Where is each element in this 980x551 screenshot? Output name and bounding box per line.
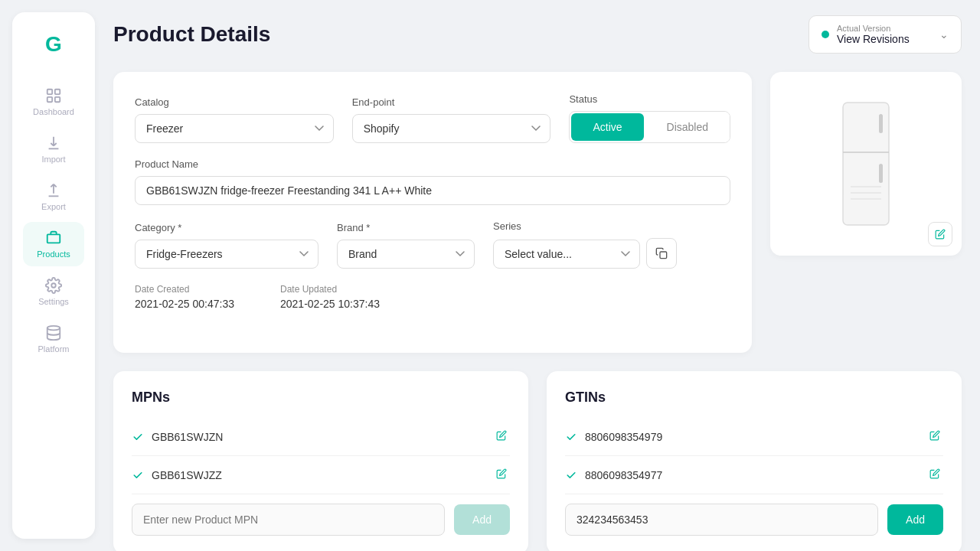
sidebar-item-platform-label: Platform [38, 344, 70, 354]
export-icon [45, 182, 62, 199]
sidebar-item-export[interactable]: Export [23, 174, 84, 219]
platform-icon [45, 324, 62, 341]
mpn-value-1: GBB61SWJZZ [152, 469, 222, 481]
edit-image-button[interactable] [928, 222, 952, 246]
mpn-row-0: GBB61SWJZN [132, 418, 510, 456]
mpn-new-input[interactable] [132, 504, 445, 536]
gtin-section: GTINs 8806098354979 [547, 371, 962, 551]
copy-icon [655, 247, 668, 259]
status-toggle: Active Disabled [569, 111, 730, 143]
gtin-row-1: 8806098354977 [565, 456, 943, 494]
gtin-row-0: 8806098354979 [565, 418, 943, 456]
category-select[interactable]: Fridge-Freezers [135, 240, 318, 269]
svg-rect-1 [55, 90, 60, 94]
settings-icon [45, 277, 62, 294]
version-dropdown[interactable]: Actual Version View Revisions ⌄ [808, 15, 962, 54]
mpn-value-0: GBB61SWJZN [152, 431, 223, 443]
check-icon-gtin-0 [565, 431, 577, 443]
top-section: Catalog Freezer End-point Shopify Status… [113, 72, 962, 353]
svg-rect-2 [47, 97, 52, 102]
form-row-3: Category * Fridge-Freezers Brand * Brand… [135, 220, 730, 269]
sidebar-item-dashboard[interactable]: Dashboard [23, 80, 84, 124]
category-label: Category * [135, 222, 318, 233]
gtin-item-1: 8806098354977 [565, 469, 662, 481]
catalog-select[interactable]: Freezer [135, 114, 334, 143]
category-group: Category * Fridge-Freezers [135, 222, 318, 269]
brand-label: Brand * [337, 222, 475, 233]
status-label: Status [569, 93, 730, 105]
date-created-label: Date Created [135, 284, 234, 295]
pencil-icon-gtin-0 [929, 430, 940, 441]
brand-group: Brand * Brand [337, 222, 475, 269]
gtin-edit-button-1[interactable] [926, 465, 943, 484]
sidebar-item-products[interactable]: Products [23, 222, 84, 266]
endpoint-group: End-point Shopify [352, 96, 551, 143]
dashboard-icon [45, 87, 62, 104]
product-name-group: Product Name [135, 158, 730, 205]
version-status-dot [822, 31, 829, 38]
series-select[interactable]: Select value... [493, 240, 640, 269]
check-icon-gtin-1 [565, 469, 577, 481]
catalog-group: Catalog Freezer [135, 96, 334, 143]
status-disabled-button[interactable]: Disabled [645, 112, 730, 142]
check-icon-0 [132, 431, 144, 443]
catalog-label: Catalog [135, 96, 334, 108]
mpn-item-0: GBB61SWJZN [132, 431, 223, 443]
sidebar-item-platform[interactable]: Platform [23, 317, 84, 361]
mpn-item-1: GBB61SWJZZ [132, 469, 222, 481]
mpn-edit-button-1[interactable] [493, 465, 510, 484]
endpoint-label: End-point [352, 96, 551, 108]
product-name-label: Product Name [135, 158, 730, 170]
series-label: Series [493, 220, 677, 232]
status-active-button[interactable]: Active [571, 113, 643, 141]
product-image-card [770, 72, 962, 256]
app-logo: G [37, 28, 70, 61]
page-title: Product Details [113, 22, 270, 47]
pencil-icon [935, 229, 946, 240]
mpn-title: MPNs [132, 390, 510, 406]
product-name-input[interactable] [135, 176, 730, 205]
sidebar-item-import-label: Import [41, 155, 65, 164]
sidebar-item-dashboard-label: Dashboard [33, 107, 74, 116]
sidebar-item-import[interactable]: Import [23, 127, 84, 171]
svg-rect-0 [47, 90, 52, 94]
gtin-title: GTINs [565, 390, 943, 406]
page-header: Product Details Actual Version View Revi… [113, 15, 962, 54]
mpn-add-button[interactable]: Add [454, 504, 510, 535]
product-form: Catalog Freezer End-point Shopify Status… [113, 72, 752, 353]
form-row-1: Catalog Freezer End-point Shopify Status… [135, 93, 730, 143]
endpoint-select[interactable]: Shopify [352, 114, 551, 143]
svg-rect-9 [879, 114, 883, 133]
chevron-down-icon: ⌄ [939, 28, 949, 41]
gtin-new-input[interactable] [565, 504, 878, 536]
mpn-section: MPNs GBB61SWJZN [113, 371, 528, 551]
status-group: Status Active Disabled [569, 93, 730, 143]
bottom-sections: MPNs GBB61SWJZN [113, 371, 962, 551]
svg-point-4 [51, 283, 56, 288]
gtin-value-1: 8806098354977 [585, 469, 662, 481]
sidebar-item-export-label: Export [41, 202, 66, 211]
date-created: Date Created 2021-02-25 00:47:33 [135, 284, 234, 310]
date-updated-value: 2021-02-25 10:37:43 [280, 298, 380, 310]
svg-rect-6 [660, 252, 667, 259]
date-created-value: 2021-02-25 00:47:33 [135, 298, 234, 310]
version-value: View Revisions [837, 33, 932, 45]
check-icon-1 [132, 469, 144, 481]
mpn-edit-button-0[interactable] [493, 427, 510, 446]
series-row: Select value... [493, 238, 677, 269]
date-updated: Date Updated 2021-02-25 10:37:43 [280, 284, 380, 310]
gtin-value-0: 8806098354979 [585, 431, 662, 443]
main-content: Product Details Actual Version View Revi… [95, 0, 980, 551]
sidebar-item-products-label: Products [37, 249, 70, 259]
gtin-add-button[interactable]: Add [887, 504, 943, 535]
series-copy-button[interactable] [646, 238, 677, 269]
date-updated-label: Date Updated [280, 284, 380, 295]
version-text: Actual Version View Revisions [837, 24, 932, 45]
brand-select[interactable]: Brand [337, 240, 475, 269]
gtin-edit-button-0[interactable] [926, 427, 943, 446]
gtin-item-0: 8806098354979 [565, 431, 662, 443]
series-group: Series Select value... [493, 220, 677, 269]
product-image [831, 95, 900, 233]
sidebar-item-settings[interactable]: Settings [23, 269, 84, 314]
mpn-add-row: Add [132, 504, 510, 536]
